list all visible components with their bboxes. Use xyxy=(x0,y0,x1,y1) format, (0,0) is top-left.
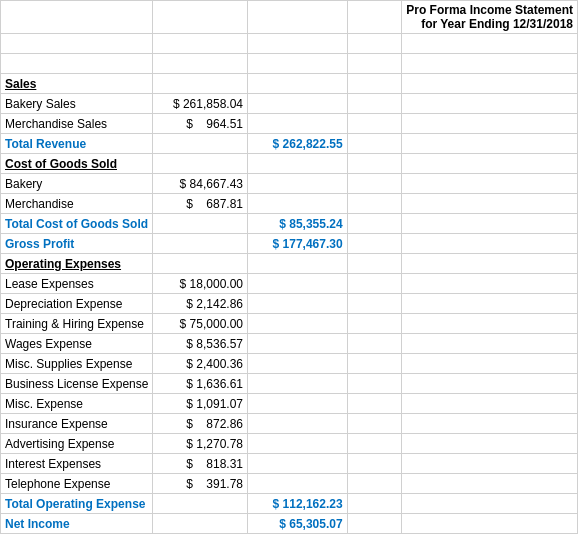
header-empty-3 xyxy=(248,1,348,34)
interest-expense-value: $ 818.31 xyxy=(153,454,248,474)
merchandise-cogs-value: $ 687.81 xyxy=(153,194,248,214)
total-opex-value: $ 112,162.23 xyxy=(248,494,348,514)
advertising-expense-label: Advertising Expense xyxy=(1,434,153,454)
insurance-expense-value: $ 872.86 xyxy=(153,414,248,434)
header-empty-1 xyxy=(1,1,153,34)
total-opex-label: Total Operating Expense xyxy=(1,494,153,514)
total-cogs-value: $ 85,355.24 xyxy=(248,214,348,234)
wages-expense-value: $ 8,536.57 xyxy=(153,334,248,354)
training-expense-label: Training & Hiring Expense xyxy=(1,314,153,334)
merchandise-cogs-label: Merchandise xyxy=(1,194,153,214)
bakery-sales-label: Bakery Sales xyxy=(1,94,153,114)
total-cogs-label: Total Cost of Goods Sold xyxy=(1,214,153,234)
bakery-cogs-label: Bakery xyxy=(1,174,153,194)
telephone-expense-label: Telephone Expense xyxy=(1,474,153,494)
biz-license-value: $ 1,636.61 xyxy=(153,374,248,394)
header-empty-4 xyxy=(347,1,402,34)
telephone-expense-value: $ 391.78 xyxy=(153,474,248,494)
report-title: Pro Forma Income Statement for Year Endi… xyxy=(402,1,578,34)
empty-row-2 xyxy=(1,54,153,74)
training-expense-value: $ 75,000.00 xyxy=(153,314,248,334)
sales-section-header: Sales xyxy=(1,74,153,94)
misc-expense-label: Misc. Expense xyxy=(1,394,153,414)
bakery-sales-value: $ 261,858.04 xyxy=(153,94,248,114)
header-empty-2 xyxy=(153,1,248,34)
advertising-expense-value: $ 1,270.78 xyxy=(153,434,248,454)
merchandise-sales-label: Merchandise Sales xyxy=(1,114,153,134)
biz-license-label: Business License Expense xyxy=(1,374,153,394)
gross-profit-label: Gross Profit xyxy=(1,234,153,254)
wages-expense-label: Wages Expense xyxy=(1,334,153,354)
misc-supplies-label: Misc. Supplies Expense xyxy=(1,354,153,374)
opex-section-header: Operating Expenses xyxy=(1,254,153,274)
total-revenue-label: Total Revenue xyxy=(1,134,153,154)
lease-expense-value: $ 18,000.00 xyxy=(153,274,248,294)
misc-supplies-value: $ 2,400.36 xyxy=(153,354,248,374)
gross-profit-value: $ 177,467.30 xyxy=(248,234,348,254)
lease-expense-label: Lease Expenses xyxy=(1,274,153,294)
bakery-cogs-value: $ 84,667.43 xyxy=(153,174,248,194)
depreciation-expense-label: Depreciation Expense xyxy=(1,294,153,314)
empty-row xyxy=(1,34,153,54)
income-statement-table: Pro Forma Income Statement for Year Endi… xyxy=(0,0,578,534)
cogs-section-header: Cost of Goods Sold xyxy=(1,154,153,174)
net-income-label: Net Income xyxy=(1,514,153,534)
net-income-value: $ 65,305.07 xyxy=(248,514,348,534)
misc-expense-value: $ 1,091.07 xyxy=(153,394,248,414)
insurance-expense-label: Insurance Expense xyxy=(1,414,153,434)
interest-expense-label: Interest Expenses xyxy=(1,454,153,474)
depreciation-expense-value: $ 2,142.86 xyxy=(153,294,248,314)
merchandise-sales-value: $ 964.51 xyxy=(153,114,248,134)
total-revenue-value: $ 262,822.55 xyxy=(248,134,348,154)
